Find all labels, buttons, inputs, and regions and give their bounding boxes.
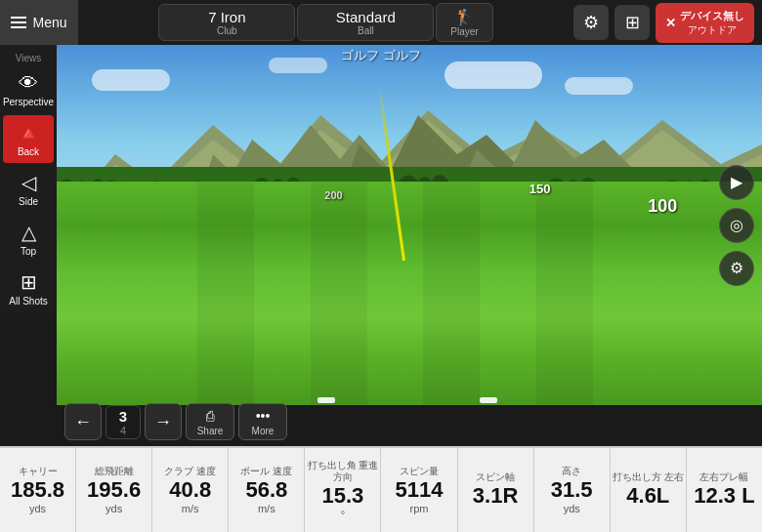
stat-name-5: スピン量	[400, 466, 439, 477]
views-label: Views	[0, 49, 57, 65]
back-label: Back	[18, 146, 39, 157]
menu-button[interactable]: Menu	[0, 0, 78, 45]
sidebar-item-allshots[interactable]: ⊞ All Shots	[3, 265, 54, 312]
stats-panel: キャリー 185.8 yds 総飛距離 195.6 yds クラブ 速度 40.…	[0, 446, 762, 532]
more-label: More	[252, 426, 275, 436]
prev-shot-button[interactable]: ←	[64, 403, 102, 440]
stat-unit-1: yds	[106, 503, 122, 514]
side-icon: ◁	[21, 171, 36, 194]
more-icon: •••	[256, 408, 271, 424]
stat-value-1: 195.6	[87, 479, 141, 501]
stat-unit-2: m/s	[182, 503, 199, 514]
device-sub: アウトドア	[680, 23, 744, 37]
stat-name-9: 左右プレ幅	[699, 471, 748, 483]
ground-marker-right	[480, 397, 497, 403]
stat-name-3: ボール 速度	[240, 466, 292, 477]
stat-col-4: 打ち出し角 重進方向 15.3 °	[305, 448, 381, 532]
ball-selector[interactable]: Standard Ball	[297, 4, 434, 41]
menu-label: Menu	[32, 15, 66, 30]
dist-150: 150	[529, 182, 551, 196]
perspective-label: Perspective	[3, 97, 54, 107]
stat-value-5: 5114	[396, 479, 444, 501]
stat-name-1: 総飛距離	[95, 466, 134, 477]
stat-col-9: 左右プレ幅 12.3 L	[687, 448, 762, 532]
stat-col-3: ボール 速度 56.8 m/s	[229, 448, 305, 532]
player-label: Player	[450, 26, 478, 37]
stat-value-2: 40.8	[169, 479, 211, 501]
stat-name-4: 打ち出し角 重進方向	[307, 460, 378, 483]
stripe-3	[423, 182, 480, 405]
share-button[interactable]: ⎙ Share	[186, 403, 234, 440]
sidebar-item-side[interactable]: ◁ Side	[3, 165, 54, 213]
club-label: Club	[179, 25, 275, 36]
stripe-2	[311, 182, 367, 405]
stat-unit-0: yds	[29, 503, 46, 514]
dist-100: 100	[648, 196, 677, 217]
stat-col-1: 総飛距離 195.6 yds	[76, 448, 152, 532]
top-bar: Menu 7 Iron Club Standard Ball 🏌️ Player…	[0, 0, 762, 45]
stripe-1	[197, 182, 254, 405]
bottom-controls: ← 3 4 → ⎙ Share ••• More	[57, 397, 295, 446]
dist-200: 200	[324, 189, 342, 201]
device-button[interactable]: ✕ デバイス無し アウトドア	[656, 3, 754, 43]
player-button[interactable]: 🏌️ Player	[436, 3, 492, 42]
sidebar: Views 👁 Perspective 🔺 Back ◁ Side △ Top …	[0, 45, 57, 313]
right-buttons: ▶ ◎ ⚙	[719, 165, 754, 286]
stat-name-2: クラブ 速度	[164, 466, 216, 477]
ball-label: Ball	[318, 25, 413, 36]
cloud-3	[565, 77, 633, 95]
stat-col-5: スピン量 5114 rpm	[381, 448, 457, 532]
menu-icon	[11, 17, 26, 28]
allshots-icon: ⊞	[21, 270, 37, 294]
grid-button[interactable]: ⊞	[614, 5, 650, 40]
stat-value-0: 185.8	[11, 479, 64, 501]
stat-col-7: 高さ 31.5 yds	[534, 448, 611, 532]
shot-total: 4	[116, 425, 130, 436]
stat-value-3: 56.8	[245, 479, 287, 501]
sidebar-item-perspective[interactable]: 👁 Perspective	[3, 66, 54, 113]
allshots-label: All Shots	[9, 296, 47, 307]
stat-value-8: 4.6L	[626, 485, 669, 507]
next-shot-button[interactable]: →	[145, 403, 182, 440]
stat-col-2: クラブ 速度 40.8 m/s	[152, 448, 229, 532]
top-center: 7 Iron Club Standard Ball 🏌️ Player	[78, 3, 573, 42]
perspective-icon: 👁	[19, 72, 38, 95]
stat-value-6: 3.1R	[473, 485, 518, 507]
settings-button[interactable]: ⚙	[573, 5, 609, 40]
stat-value-7: 31.5	[551, 479, 593, 501]
back-icon: 🔺	[17, 121, 41, 144]
stat-col-8: 打ち出し方 左右 4.6L	[611, 448, 687, 532]
top-icon: △	[21, 221, 36, 244]
settings-scene-button[interactable]: ⚙	[719, 251, 754, 286]
top-right-controls: ⚙ ⊞ ✕ デバイス無し アウトドア	[573, 3, 762, 43]
share-label: Share	[197, 426, 224, 436]
top-label: Top	[21, 246, 36, 257]
golf-course-label: ゴルフ ゴルフ	[341, 47, 421, 64]
stat-name-8: 打ち出し方 左右	[613, 471, 684, 483]
club-value: 7 Iron	[179, 9, 275, 25]
club-selector[interactable]: 7 Iron Club	[158, 4, 295, 41]
target-button[interactable]: ◎	[719, 208, 754, 243]
sidebar-item-back[interactable]: 🔺 Back	[3, 115, 54, 163]
stat-col-6: スピン軸 3.1R	[458, 448, 534, 532]
stat-name-0: キャリー	[19, 466, 58, 477]
golf-scene: 200 150 100 ▶ ◎ ⚙	[57, 45, 762, 405]
more-button[interactable]: ••• More	[238, 403, 287, 440]
shot-current: 3	[116, 408, 130, 425]
stat-value-4: 15.3	[322, 485, 364, 507]
player-icon: 🏌️	[454, 8, 474, 26]
cloud-2	[444, 61, 542, 89]
sidebar-item-top[interactable]: △ Top	[3, 215, 54, 263]
stat-col-0: キャリー 185.8 yds	[0, 448, 76, 532]
stripe-4	[536, 182, 593, 405]
side-label: Side	[19, 196, 38, 207]
ball-value: Standard	[318, 9, 413, 25]
stat-value-9: 12.3 L	[694, 485, 754, 507]
stat-unit-5: rpm	[410, 503, 429, 514]
close-icon: ✕	[665, 16, 676, 30]
ground-marker-left	[318, 397, 335, 403]
play-button[interactable]: ▶	[719, 165, 754, 200]
cloud-4	[269, 58, 327, 73]
share-icon: ⎙	[206, 408, 214, 424]
shot-counter: 3 4	[106, 405, 141, 439]
